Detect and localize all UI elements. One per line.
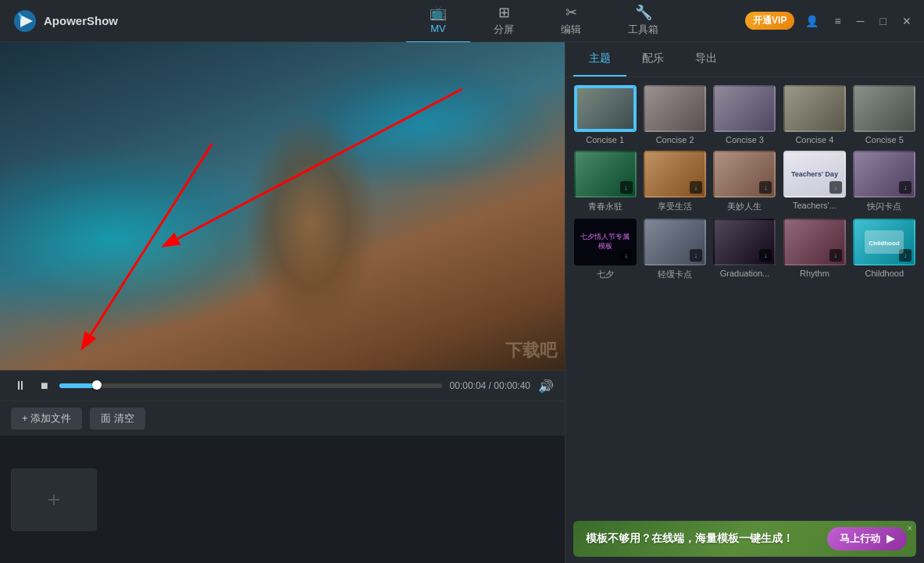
theme-thumb-14: ↓ [783, 219, 846, 265]
theme-item-7[interactable]: ↓享受生活 [643, 151, 706, 212]
theme-thumb-15: ↓Childhood [853, 219, 915, 265]
promotion-banner: 模板不够用？在线端，海量模板一键生成！ 马上行动 ▶ × [573, 521, 916, 557]
theme-item-3[interactable]: Concise 3 [713, 85, 776, 144]
theme-item-9[interactable]: ↓Teachers' DayTeachers'... [783, 151, 846, 212]
tab-tools-label: 工具箱 [628, 23, 658, 37]
theme-label-6: 青春永驻 [588, 201, 623, 212]
theme-item-6[interactable]: ↓青春永驻 [573, 151, 637, 212]
banner-arrow-icon: ▶ [887, 533, 894, 544]
theme-label-5: Concise 5 [865, 135, 904, 144]
right-panel: 主题 配乐 导出 Concise 1Concise 2Concise 3Conc… [565, 42, 924, 563]
add-file-button[interactable]: + 添加文件 [11, 408, 82, 429]
theme-item-2[interactable]: Concise 2 [643, 85, 706, 144]
theme-item-12[interactable]: ↓轻缓卡点 [643, 219, 706, 280]
edit-icon: ✂ [565, 4, 577, 21]
tab-music[interactable]: 配乐 [626, 42, 680, 77]
theme-thumb-12: ↓ [644, 219, 706, 265]
theme-label-7: 享受生活 [658, 201, 692, 212]
tab-edit[interactable]: ✂ 编辑 [537, 0, 605, 43]
menu-icon-button[interactable]: ≡ [829, 12, 845, 30]
titlebar: ApowerShow 📺 MV ⊞ 分屏 ✂ 编辑 🔧 工具箱 开通VIP 👤 … [0, 0, 924, 42]
theme-thumb-5 [853, 85, 915, 132]
theme-label-2: Concise 2 [656, 135, 694, 144]
vip-button[interactable]: 开通VIP [745, 12, 794, 30]
app-logo-icon [12, 9, 37, 34]
download-badge: ↓ [620, 181, 633, 194]
theme-thumb-4 [783, 85, 846, 132]
minimize-button[interactable]: ─ [852, 12, 869, 30]
plus-icon: + [48, 487, 60, 512]
theme-label-11: 七夕 [597, 269, 614, 280]
banner-action-button[interactable]: 马上行动 ▶ [827, 527, 907, 551]
close-button[interactable]: ✕ [897, 12, 916, 30]
svg-text:Childhood: Childhood [869, 240, 901, 247]
clear-button[interactable]: 面 清空 [90, 408, 145, 429]
theme-label-13: Graduation... [720, 269, 770, 278]
video-area: 下载吧 [0, 42, 565, 370]
theme-label-12: 轻缓卡点 [658, 269, 692, 280]
theme-label-3: Concise 3 [726, 135, 764, 144]
theme-thumb-13: ↓ [713, 219, 776, 265]
play-pause-button[interactable]: ⏸ [11, 377, 30, 394]
thumbnail-area: + [0, 436, 565, 563]
theme-thumb-11: ↓七夕情人节专属模板 [574, 219, 637, 265]
time-current: 00:00:04 [450, 380, 487, 391]
theme-label-4: Concise 4 [795, 135, 833, 144]
maximize-button[interactable]: □ [876, 12, 891, 30]
banner-btn-label: 马上行动 [840, 533, 880, 544]
download-badge: ↓ [759, 181, 772, 194]
logo-area: ApowerShow [0, 9, 164, 34]
theme-thumb-7: ↓ [644, 151, 706, 198]
tab-export[interactable]: 导出 [680, 42, 733, 77]
theme-label-9: Teachers'... [793, 201, 837, 210]
tab-theme[interactable]: 主题 [573, 42, 626, 77]
theme-item-13[interactable]: ↓Graduation... [713, 219, 776, 280]
theme-thumb-3 [713, 85, 776, 132]
theme-thumb-9: ↓Teachers' Day [783, 151, 846, 198]
theme-item-15[interactable]: ↓ChildhoodChildhood [853, 219, 916, 280]
video-frame [0, 42, 565, 370]
stop-button[interactable]: ■ [37, 377, 52, 394]
theme-item-8[interactable]: ↓美妙人生 [713, 151, 776, 212]
tab-export-label: 导出 [695, 52, 717, 64]
download-badge: ↓ [690, 249, 702, 262]
titlebar-right: 开通VIP 👤 ≡ ─ □ ✕ [745, 0, 924, 41]
theme-item-14[interactable]: ↓Rhythm [783, 219, 846, 280]
banner-text: 模板不够用？在线端，海量模板一键生成！ [586, 532, 794, 546]
bottom-section: + 添加文件 面 清空 + [0, 401, 565, 563]
theme-label-14: Rhythm [800, 269, 829, 278]
theme-item-10[interactable]: ↓快闪卡点 [853, 151, 916, 212]
main-content: 下载吧 ⏸ ■ 00:00:04 / 00:00:40 🔊 + 添加文件 [0, 42, 924, 563]
banner-close-button[interactable]: × [905, 522, 915, 533]
theme-thumb-8: ↓ [713, 151, 776, 198]
progress-thumb [92, 380, 102, 390]
tab-mv-label: MV [430, 23, 446, 34]
volume-button[interactable]: 🔊 [538, 379, 554, 394]
right-panel-tabs: 主题 配乐 导出 [565, 42, 924, 77]
tab-mv[interactable]: 📺 MV [406, 0, 470, 43]
tools-icon: 🔧 [635, 4, 652, 21]
time-display: 00:00:04 / 00:00:40 [450, 380, 530, 391]
tab-tools[interactable]: 🔧 工具箱 [605, 0, 682, 43]
theme-label-15: Childhood [865, 269, 904, 278]
tab-theme-label: 主题 [589, 52, 611, 64]
download-badge: ↓ [759, 249, 772, 262]
theme-item-1[interactable]: Concise 1 [573, 85, 637, 144]
download-badge: ↓ [829, 249, 842, 262]
tab-split-label: 分屏 [494, 23, 514, 37]
theme-item-4[interactable]: Concise 4 [783, 85, 846, 144]
playback-controls: ⏸ ■ 00:00:04 / 00:00:40 🔊 [0, 370, 565, 401]
left-panel: 下载吧 ⏸ ■ 00:00:04 / 00:00:40 🔊 + 添加文件 [0, 42, 565, 563]
add-media-card[interactable]: + [11, 469, 97, 531]
theme-label-1: Concise 1 [586, 135, 624, 144]
theme-thumb-2 [644, 85, 706, 132]
theme-label-10: 快闪卡点 [867, 201, 901, 212]
tab-split[interactable]: ⊞ 分屏 [470, 0, 537, 43]
split-icon: ⊞ [498, 4, 510, 21]
theme-item-5[interactable]: Concise 5 [853, 85, 916, 144]
user-icon-button[interactable]: 👤 [801, 12, 823, 30]
theme-grid: Concise 1Concise 2Concise 3Concise 4Conc… [565, 77, 924, 518]
progress-bar[interactable] [59, 383, 442, 388]
tab-music-label: 配乐 [642, 52, 664, 64]
theme-item-11[interactable]: ↓七夕情人节专属模板七夕 [573, 219, 637, 280]
